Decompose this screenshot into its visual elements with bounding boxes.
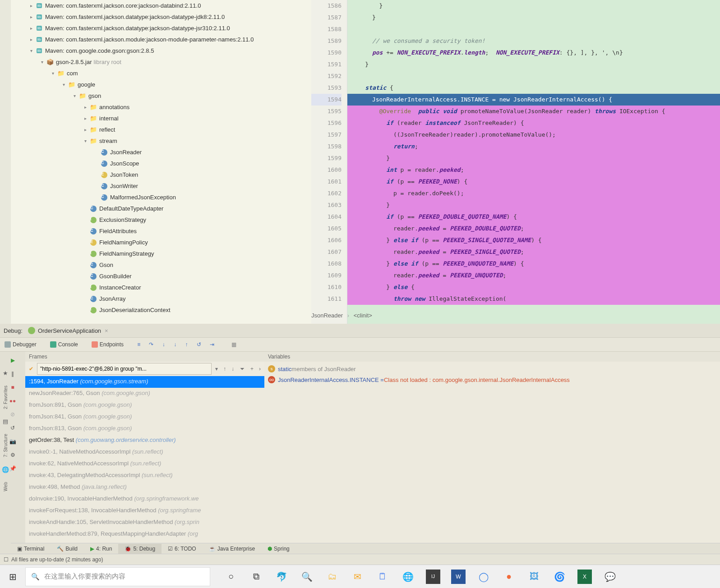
line-number[interactable]: 1605 (311, 223, 342, 234)
prev-frame-icon[interactable]: ↑ (222, 366, 228, 372)
code-line[interactable]: @Override public void promoteNameToValue… (347, 106, 720, 117)
variable-row[interactable]: sstatic members of JsonReader (268, 363, 716, 374)
stack-frame[interactable]: invoke:62, NativeMethodAccessorImpl (sun… (25, 458, 264, 470)
line-number[interactable]: 1593 (311, 82, 342, 94)
tree-row[interactable]: CDefaultDateTypeAdapter (11, 203, 311, 214)
code-line[interactable] (347, 23, 720, 35)
chevron-down-icon[interactable]: ▾ (81, 137, 89, 145)
breadcrumb-item[interactable]: <clinit> (354, 312, 372, 319)
stack-frame[interactable]: invoke:43, DelegatingMethodAccessorImpl … (25, 470, 264, 482)
stack-frame[interactable]: invokeHandlerMethod:879, RequestMappingH… (25, 528, 264, 540)
line-number[interactable]: 1603 (311, 199, 342, 211)
tree-row[interactable]: ▸libMaven: com.fasterxml.jackson.module:… (11, 34, 311, 45)
tree-row[interactable]: ▾📁gson (11, 90, 311, 101)
app-chrome-icon[interactable]: 🌐 (401, 570, 415, 584)
variable-row[interactable]: ooJsonReaderInternalAccess.INSTANCE = Cl… (268, 374, 716, 385)
app-excel-icon[interactable]: X (577, 570, 592, 584)
app-intellij-icon[interactable]: IJ (426, 570, 440, 584)
stack-frame[interactable]: invoke:498, Method (java.lang.reflect) (25, 482, 264, 493)
chevron-down-icon[interactable]: ▾ (49, 69, 57, 78)
chevron-down-icon[interactable]: ▾ (60, 81, 68, 89)
code-line[interactable]: ((JsonTreeReader)reader).promoteNameToVa… (347, 129, 720, 141)
chevron-right-icon[interactable]: ▸ (27, 13, 35, 21)
line-number[interactable]: 1609 (311, 270, 342, 281)
app-mysql-icon[interactable]: 🐬 (274, 570, 289, 584)
start-button[interactable]: ⊞ (0, 565, 25, 588)
chevron-right-icon[interactable]: ▸ (81, 103, 89, 111)
app-wechat-icon[interactable]: 💬 (603, 570, 617, 584)
code-line[interactable]: int p = reader.peeked; (347, 164, 720, 176)
thread-selector[interactable]: ✔ ▾ ↑ ↓ ⏷ + › (25, 362, 264, 376)
line-number[interactable]: 1592 (311, 70, 342, 82)
stack-frame[interactable]: fromJson:841, Gson (com.google.gson) (25, 411, 264, 423)
app-foxmail-icon[interactable]: ✉ (350, 570, 365, 584)
stack-frame[interactable]: doInvoke:190, InvocableHandlerMethod (or… (25, 493, 264, 505)
taskbar-search[interactable]: 🔍 在这里输入你要搜索的内容 (25, 567, 210, 586)
breadcrumb-item[interactable]: JsonReader (311, 312, 343, 319)
line-number[interactable]: 1601 (311, 176, 342, 188)
code-line[interactable]: return; (347, 141, 720, 152)
next-frame-icon[interactable]: ↓ (230, 366, 236, 372)
code-line[interactable] (347, 70, 720, 82)
line-number[interactable]: 1597 (311, 129, 342, 141)
tree-row[interactable]: ▸📁annotations (11, 101, 311, 113)
add-icon[interactable]: + (249, 366, 255, 372)
stack-frame[interactable]: fromJson:813, Gson (com.google.gson) (25, 423, 264, 435)
line-number[interactable]: 1589 (311, 35, 342, 47)
filter-icon[interactable]: ⏷ (238, 366, 247, 372)
close-icon[interactable]: × (105, 327, 108, 334)
tree-row[interactable]: ▸📁internal (11, 113, 311, 124)
tree-row[interactable]: CJsonReader (11, 147, 311, 158)
tree-row[interactable]: CJsonScope (11, 158, 311, 169)
stack-frame[interactable]: newJsonReader:765, Gson (com.google.gson… (25, 388, 264, 400)
tab-terminal[interactable]: ▣Terminal (11, 544, 51, 554)
line-number[interactable]: 1591 (311, 59, 342, 70)
app-word-icon[interactable]: W (451, 570, 466, 584)
web-icon[interactable]: 🌐 (2, 466, 9, 473)
chevron-down-icon[interactable]: ▾ (70, 92, 78, 100)
resume-icon[interactable]: ▶ (7, 355, 18, 366)
chevron-right-icon[interactable]: ▸ (27, 2, 35, 10)
app-everything-icon[interactable]: 🔍 (300, 570, 314, 584)
tree-row[interactable]: EJsonToken (11, 169, 311, 180)
web-tool[interactable]: Web (3, 482, 8, 491)
code-line[interactable]: // we consumed a security token! (347, 35, 720, 47)
code-line[interactable]: } else if (p == PEEKED_SINGLE_QUOTED_NAM… (347, 234, 720, 246)
line-number[interactable]: 1599 (311, 152, 342, 164)
tab-java-enterprise[interactable]: ☕Java Enterprise (203, 544, 261, 554)
breadcrumb[interactable]: JsonReader › <clinit> (311, 312, 372, 319)
tree-row[interactable]: ▾📁google (11, 79, 311, 90)
tab-debug[interactable]: 🐞5: Debug (118, 544, 162, 554)
tree-row[interactable]: CJsonArray (11, 293, 311, 304)
code-line[interactable]: reader.peeked = PEEKED_DOUBLE_QUOTED; (347, 223, 720, 234)
stack-frame[interactable]: invoke0:-1, NativeMethodAccessorImpl (su… (25, 446, 264, 458)
chevron-right-icon[interactable]: ▸ (81, 115, 89, 123)
chevron-down-icon[interactable]: ▾ (27, 47, 35, 55)
tab-run[interactable]: ▶4: Run (84, 544, 118, 554)
line-number[interactable]: 1595 (311, 106, 342, 117)
tree-row[interactable]: EFieldNamingPolicy (11, 237, 311, 248)
line-number[interactable]: 1594 (311, 94, 342, 106)
tree-row[interactable]: ▸libMaven: com.fasterxml.jackson.core:ja… (11, 0, 311, 11)
app-edge-icon[interactable]: 🌀 (552, 570, 567, 584)
tree-row[interactable]: CMalformedJsonException (11, 192, 311, 203)
star-icon[interactable]: ★ (3, 370, 8, 377)
stack-frame[interactable]: fromJson:891, Gson (com.google.gson) (25, 400, 264, 411)
code-editor[interactable]: } } // we consumed a security token! pos… (347, 0, 720, 324)
tree-row[interactable]: IJsonDeserializationContext (11, 304, 311, 316)
tab-endpoints[interactable]: Endpoints (89, 340, 126, 349)
tab-console[interactable]: Console (47, 340, 81, 349)
chevron-down-icon[interactable]: ▾ (213, 366, 220, 372)
line-number[interactable]: 1598 (311, 141, 342, 152)
line-number[interactable]: 1607 (311, 246, 342, 258)
tab-todo[interactable]: ☑6: TODO (162, 544, 203, 554)
tree-row[interactable]: ▸📁reflect (11, 124, 311, 135)
taskview-icon[interactable]: ⧉ (249, 570, 263, 584)
tree-row[interactable]: ▾📦gson-2.8.5.jarlibrary root (11, 56, 311, 68)
code-line[interactable]: } else { (347, 281, 720, 293)
stack-frame[interactable]: :1594, JsonReader (com.google.gson.strea… (25, 376, 264, 388)
app-todo-icon[interactable]: ◯ (476, 570, 491, 584)
code-line[interactable]: } (347, 12, 720, 23)
code-line[interactable]: reader.peeked = PEEKED_UNQUOTED; (347, 270, 720, 281)
line-number[interactable]: 1610 (311, 281, 342, 293)
